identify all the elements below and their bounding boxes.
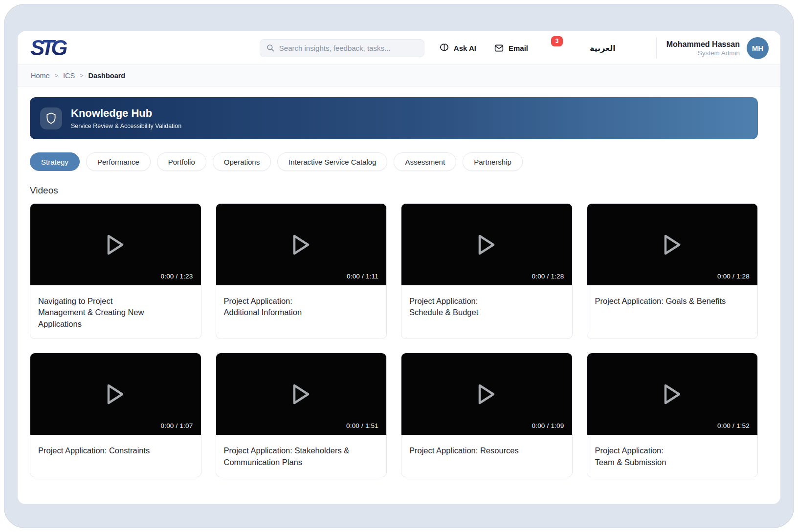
video-card[interactable]: 0:00 / 1:11 Project Application: Additio…: [216, 203, 387, 339]
user-role: System Admin: [666, 49, 740, 57]
shield-icon: [40, 107, 62, 129]
chevron-right-icon: >: [55, 72, 58, 79]
play-icon: [477, 234, 496, 256]
play-icon: [663, 383, 682, 405]
video-timestamp: 0:00 / 1:28: [532, 273, 564, 280]
breadcrumb: Home > ICS > Dashboard: [18, 64, 780, 86]
video-title: Project Application: Constraints: [30, 435, 201, 465]
video-timestamp: 0:00 / 1:09: [532, 422, 564, 429]
ask-ai-label: Ask AI: [454, 44, 476, 52]
video-title: Project Application: Goals & Benefits: [587, 285, 758, 316]
language-label: العربية: [590, 43, 616, 53]
wheelchair-icon: [633, 43, 644, 54]
video-card[interactable]: 0:00 / 1:28 Project Application: Goals &…: [587, 203, 758, 339]
video-timestamp: 0:00 / 1:52: [717, 422, 750, 429]
ask-ai-button[interactable]: Ask AI: [439, 43, 476, 53]
knowledge-hub-banner: Knowledge Hub Service Review & Accessibi…: [30, 97, 758, 139]
tab-portfolio[interactable]: Portfolio: [157, 152, 206, 171]
video-player[interactable]: 0:00 / 1:09: [401, 353, 572, 435]
language-toggle[interactable]: العربية: [575, 43, 616, 53]
video-title: Project Application: Schedule & Budget: [401, 285, 572, 327]
video-timestamp: 0:00 / 1:51: [346, 422, 378, 429]
app-window: STG: [18, 31, 780, 504]
videos-heading: Videos: [30, 185, 758, 196]
breadcrumb-home[interactable]: Home: [31, 72, 50, 80]
video-timestamp: 0:00 / 1:11: [347, 273, 378, 280]
video-player[interactable]: 0:00 / 1:28: [401, 204, 572, 285]
avatar: MH: [747, 37, 769, 59]
play-icon: [106, 383, 125, 405]
user-text: Mohammed Hassan System Admin: [666, 40, 740, 57]
video-title: Project Application: Resources: [401, 435, 572, 465]
video-title: Project Application: Team & Submission: [587, 435, 758, 477]
chevron-right-icon: >: [80, 72, 83, 79]
video-card[interactable]: 0:00 / 1:23 Navigating to Project Manage…: [30, 203, 201, 339]
user-name: Mohammed Hassan: [666, 40, 740, 49]
breadcrumb-current: Dashboard: [88, 72, 125, 80]
video-card[interactable]: 0:00 / 1:28 Project Application: Schedul…: [401, 203, 573, 339]
notification-count-badge: 3: [551, 36, 563, 46]
main-content: Knowledge Hub Service Review & Accessibi…: [18, 86, 780, 487]
header-divider: [656, 38, 657, 58]
page: STG: [0, 0, 798, 532]
notifications-button[interactable]: 3: [546, 43, 557, 54]
video-grid: 0:00 / 1:23 Navigating to Project Manage…: [30, 203, 758, 477]
user-profile[interactable]: Mohammed Hassan System Admin MH: [666, 37, 769, 59]
globe-icon: [575, 43, 585, 53]
video-title: Project Application: Additional Informat…: [216, 285, 387, 327]
email-button[interactable]: Email: [494, 43, 528, 53]
email-label: Email: [509, 44, 528, 52]
video-timestamp: 0:00 / 1:23: [160, 273, 193, 280]
video-player[interactable]: 0:00 / 1:11: [216, 204, 387, 285]
play-icon: [663, 234, 682, 256]
tab-operations[interactable]: Operations: [213, 152, 271, 171]
banner-text: Knowledge Hub Service Review & Accessibi…: [71, 107, 181, 129]
video-player[interactable]: 0:00 / 1:28: [587, 204, 758, 285]
video-player[interactable]: 0:00 / 1:23: [30, 204, 201, 285]
tab-strategy[interactable]: Strategy: [30, 152, 80, 171]
video-card[interactable]: 0:00 / 1:07 Project Application: Constra…: [30, 353, 201, 477]
play-icon: [291, 234, 311, 256]
video-title: Project Application: Stakeholders & Comm…: [216, 435, 387, 477]
play-icon: [291, 383, 311, 405]
tab-performance[interactable]: Performance: [86, 152, 151, 171]
video-timestamp: 0:00 / 1:07: [160, 422, 193, 429]
video-card[interactable]: 0:00 / 1:52 Project Application: Team & …: [587, 353, 758, 477]
video-player[interactable]: 0:00 / 1:51: [216, 353, 387, 435]
video-card[interactable]: 0:00 / 1:09 Project Application: Resourc…: [401, 353, 573, 477]
video-player[interactable]: 0:00 / 1:52: [587, 353, 758, 435]
brain-icon: [439, 43, 449, 53]
play-icon: [477, 383, 496, 405]
search-icon: [266, 43, 275, 52]
page-title: Knowledge Hub: [71, 107, 181, 120]
top-header: STG: [18, 31, 780, 64]
header-actions: Ask AI Email: [439, 43, 644, 54]
tab-interactive-service-catalog[interactable]: Interactive Service Catalog: [277, 152, 387, 171]
breadcrumb-ics[interactable]: ICS: [63, 72, 75, 80]
global-search[interactable]: [260, 39, 424, 57]
envelope-icon: [494, 43, 504, 53]
video-title: Navigating to Project Management & Creat…: [30, 285, 201, 339]
stg-logo[interactable]: STG: [30, 37, 69, 59]
tab-partnership[interactable]: Partnership: [463, 152, 523, 171]
video-card[interactable]: 0:00 / 1:51 Project Application: Stakeho…: [216, 353, 387, 477]
accessibility-button[interactable]: [633, 43, 644, 54]
video-player[interactable]: 0:00 / 1:07: [30, 353, 201, 435]
category-tabs: Strategy Performance Portfolio Operation…: [30, 152, 758, 171]
tab-assessment[interactable]: Assessment: [394, 152, 456, 171]
page-subtitle: Service Review & Accessibility Validatio…: [71, 123, 181, 129]
video-timestamp: 0:00 / 1:28: [717, 273, 750, 280]
play-icon: [106, 234, 125, 256]
search-input[interactable]: [279, 44, 418, 52]
